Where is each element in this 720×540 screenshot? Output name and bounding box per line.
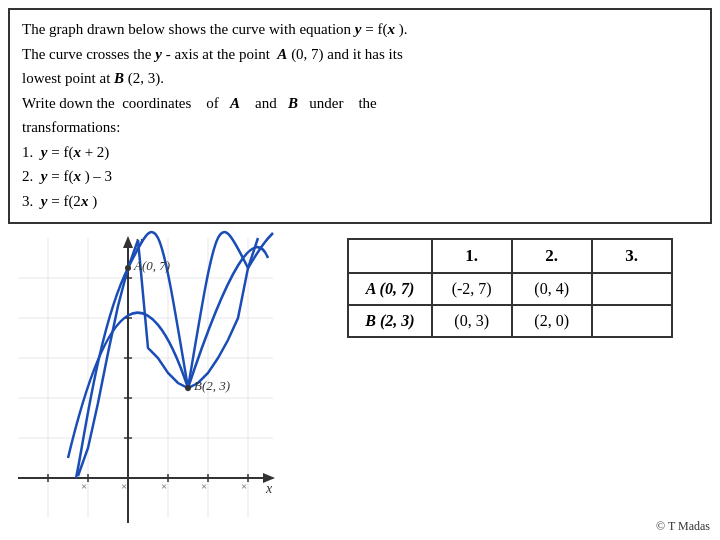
row-A-col3 xyxy=(592,273,672,305)
row-A-col1: (-2, 7) xyxy=(432,273,512,305)
header-col3: 3. xyxy=(592,239,672,273)
table-area: 1. 2. 3. A (0, 7) (-2, 7) (0, 4) B (2, 3… xyxy=(288,228,712,338)
row-B-col2: (2, 0) xyxy=(512,305,592,337)
item3: 3. y = f(2x ) xyxy=(22,190,698,213)
row-A-label: A (0, 7) xyxy=(348,273,431,305)
graph-svg: y x A(0 xyxy=(8,228,288,538)
svg-text:×: × xyxy=(241,480,247,492)
point-B xyxy=(185,385,191,391)
table-row-A: A (0, 7) (-2, 7) (0, 4) xyxy=(348,273,671,305)
table-row-B: B (2, 3) (0, 3) (2, 0) xyxy=(348,305,671,337)
header-empty xyxy=(348,239,431,273)
header-col1: 1. xyxy=(432,239,512,273)
header-col2: 2. xyxy=(512,239,592,273)
content-area: y x A(0 xyxy=(8,228,712,538)
copyright: © T Madas xyxy=(656,519,710,534)
line2: The curve crosses the y - axis at the po… xyxy=(22,43,698,66)
row-B-col1: (0, 3) xyxy=(432,305,512,337)
row-B-col3 xyxy=(592,305,672,337)
line5: transformations: xyxy=(22,116,698,139)
graph-area: y x A(0 xyxy=(8,228,288,538)
point-B-label: B(2, 3) xyxy=(194,378,230,393)
line4: Write down the coordinates of A and B un… xyxy=(22,92,698,115)
problem-text-box: The graph drawn below shows the curve wi… xyxy=(8,8,712,224)
main-container: The graph drawn below shows the curve wi… xyxy=(0,0,720,540)
svg-marker-14 xyxy=(123,236,133,248)
point-A-label: A(0, 7) xyxy=(133,258,170,273)
item1: 1. y = f(x + 2) xyxy=(22,141,698,164)
svg-text:×: × xyxy=(121,480,127,492)
transformations-table: 1. 2. 3. A (0, 7) (-2, 7) (0, 4) B (2, 3… xyxy=(347,238,672,338)
item2: 2. y = f(x ) – 3 xyxy=(22,165,698,188)
point-A xyxy=(125,265,131,271)
x-axis-label: x xyxy=(265,481,273,496)
line3: lowest point at B (2, 3). xyxy=(22,67,698,90)
svg-text:×: × xyxy=(201,480,207,492)
svg-text:×: × xyxy=(161,480,167,492)
table-header-row: 1. 2. 3. xyxy=(348,239,671,273)
row-A-col2: (0, 4) xyxy=(512,273,592,305)
line1: The graph drawn below shows the curve wi… xyxy=(22,18,698,41)
row-B-label: B (2, 3) xyxy=(348,305,431,337)
svg-text:×: × xyxy=(81,480,87,492)
